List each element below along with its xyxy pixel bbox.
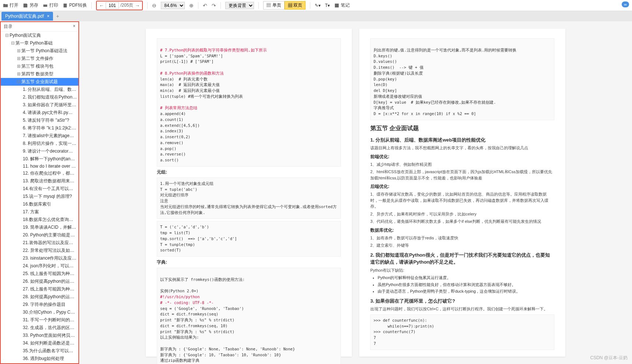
tree-item[interactable]: 16.数据库索引 xyxy=(1,200,78,208)
tree-item[interactable]: 22. 异常处理写法以及如何主动 xyxy=(1,247,78,254)
page-input[interactable] xyxy=(106,2,119,9)
sidebar-header: 目录 × xyxy=(1,22,78,32)
tree-item[interactable]: 3. 如果你困在了死循环里，怎 xyxy=(1,101,78,109)
page-right: 列出所有的键,值.注意得到的是一个可迭代对象,而不是列表.用的时候需要转换 D.… xyxy=(359,29,565,357)
q3-title: 3. 如果你困在了死循环里，怎么打破它? xyxy=(370,297,554,305)
tree-section[interactable]: ⊞第一节 Python基础语法 xyxy=(1,47,78,55)
tree-item[interactable]: 30.介绍Cython，Pypy Cpytho xyxy=(1,308,78,316)
single-page-button[interactable]: ▤ 单页 xyxy=(263,1,284,10)
tree-item[interactable]: 23. isinstance作用以及应用场 xyxy=(1,254,78,262)
document-tab[interactable]: Python面试宝典.pdf × xyxy=(1,12,53,21)
svg-rect-0 xyxy=(43,4,47,7)
tree-item[interactable]: 11. how do I iterate over a s xyxy=(1,163,78,169)
tree-item[interactable]: 31. 手写一个判断时间的装饰器 xyxy=(1,316,78,324)
tree-item[interactable]: 21.装饰器的写法以及应用场景 xyxy=(1,239,78,247)
tree-item[interactable]: 12. 你在爬虫过程中，都是怎么 xyxy=(1,169,78,177)
q1-title: 1. 分别从前端、后端、数据库阐述web项目的性能优化 xyxy=(370,136,554,144)
tree-item[interactable]: 14.有没有一个工具可以帮助查 xyxy=(1,185,78,193)
document-viewport[interactable]: # 7.Python的列表的截取与字符串操作类型相同,如下所示 L = ['sp… xyxy=(79,21,632,364)
tree-item[interactable]: 35.为什么函数名字可以当做参 xyxy=(1,347,78,355)
note-icon xyxy=(334,3,339,8)
zoom-select[interactable]: 84.6% xyxy=(161,2,185,9)
section-title: 第五节 企业面试题 xyxy=(370,124,554,133)
tab-close-button[interactable]: × xyxy=(47,14,49,19)
rotate-left-button[interactable]: ↶ xyxy=(203,3,207,8)
dict-heading: 字典: xyxy=(157,259,341,265)
convert-icon xyxy=(63,3,68,8)
tree-item[interactable]: 2. 我们都知道现在Python很火 xyxy=(1,93,78,101)
q2-title: 2. 我们都知道现在Python很火，但是对于一门技术我们不光要知道它的优点，也… xyxy=(370,251,554,266)
tuple-heading: 元组: xyxy=(157,169,341,175)
tree-item[interactable]: 37.分别从前端、后端、数据库 xyxy=(1,363,78,363)
tree-item[interactable]: 34. 如何判断是函数还是方法？ xyxy=(1,339,78,347)
tree-section[interactable]: ⊞第二节 文件操作 xyxy=(1,55,78,63)
add-tab-button[interactable]: + xyxy=(56,13,59,19)
view-toggle: ▤ 单页 ▦ 双页 xyxy=(263,1,306,10)
save-as-button[interactable]: 另存 xyxy=(23,2,38,8)
tree-item[interactable]: 20. Python的主要功能是什么？ xyxy=(1,231,78,239)
outline-sidebar: 目录 × ⊟Python面试宝典 ⊟第一章 Python基础 ⊞第一节 Pyth… xyxy=(0,21,79,364)
tree-section[interactable]: ⊞第四节 数据类型 xyxy=(1,70,78,78)
next-page-button[interactable]: → xyxy=(135,3,140,8)
zoom-in-button[interactable]: ⊕ xyxy=(189,3,194,8)
tree-item[interactable]: 1. 分别从前端、后端、数据库 xyxy=(1,86,78,93)
tree-item[interactable]: 8. 利用切片操作，实现一个trim xyxy=(1,140,78,147)
print-icon xyxy=(43,3,48,8)
tree-item[interactable]: 36. 遇到bug如何处理 xyxy=(1,355,78,363)
main-toolbar: 打开 另存 打印 PDF转换 ← /205页 → ⊖ 84.6% ⊕ ↶ ↷ 更… xyxy=(0,0,632,11)
print-button[interactable]: 打印 xyxy=(43,2,58,8)
save-icon xyxy=(23,3,28,8)
pdf-convert-button[interactable]: PDF转换 xyxy=(63,2,87,8)
zoom-out-button[interactable]: ⊖ xyxy=(152,3,156,8)
tab-title: Python面试宝典.pdf xyxy=(5,13,44,19)
tree-item[interactable]: 24. json序列化时，可以处理的 xyxy=(1,262,78,270)
page-left: # 7.Python的列表的截取与字符串操作类型相同,如下所示 L = ['sp… xyxy=(146,29,352,357)
tree-section[interactable]: ⊞第三节 模块与包 xyxy=(1,63,78,70)
tree-item[interactable]: 18.数据库怎么优化查询效率? xyxy=(1,216,78,224)
tree-chapter[interactable]: ⊟第一章 Python基础 xyxy=(1,39,78,47)
page-total: /205页 xyxy=(120,2,133,8)
tree-item[interactable]: 10. 解释一下python的and-or xyxy=(1,155,78,163)
outline-tree: ⊟Python面试宝典 ⊟第一章 Python基础 ⊞第一节 Python基础语… xyxy=(1,32,78,363)
tree-item[interactable]: 25. 线上服务可能因为种种原因 xyxy=(1,270,78,278)
tree-item[interactable]: 29. 字符串的操作题目 xyxy=(1,301,78,308)
highlight-button[interactable]: ✎▾ xyxy=(315,3,321,8)
tree-item[interactable]: 28. 如何提高python的运行效率 xyxy=(1,293,78,301)
background-select[interactable]: 更换背景 xyxy=(225,2,254,9)
rotate-right-button[interactable]: ↷ xyxy=(212,3,216,8)
tree-item[interactable]: 15.说一下 mysql 的原理? xyxy=(1,193,78,200)
open-button[interactable]: 打开 xyxy=(3,2,18,8)
tree-item[interactable]: 5. 请反转字符串 "aStr"? xyxy=(1,117,78,124)
tree-root[interactable]: ⊟Python面试宝典 xyxy=(1,32,78,39)
tree-item[interactable]: 17. 方案 xyxy=(1,208,78,216)
page-navigator: ← /205页 → xyxy=(96,1,143,10)
tree-item[interactable]: 9. 请设计一个decorator，它可 xyxy=(1,147,78,155)
tree-section-selected[interactable]: ⊟第五节 企业面试题 xyxy=(1,78,78,86)
tree-item[interactable]: 19. 简单谈谈ACID，并解释每一 xyxy=(1,224,78,231)
sidebar-close-icon[interactable]: × xyxy=(73,24,75,30)
watermark: CSDN @豆本-豆奶 xyxy=(590,355,628,361)
tree-item[interactable]: 13. 爬取这些数据都用来做什么 xyxy=(1,177,78,185)
tree-item[interactable]: 6. 将字符串 "k:1 |k1:2|k2:3|k3 xyxy=(1,124,78,132)
tree-item[interactable]: 32. 生成器，迭代器的区别？ xyxy=(1,324,78,332)
prev-page-button[interactable]: ← xyxy=(99,3,104,8)
text-button[interactable]: T▾ xyxy=(325,3,330,8)
svg-rect-1 xyxy=(335,3,339,7)
tree-item[interactable]: 7. 请按alist中元素的age由大 xyxy=(1,132,78,140)
tab-bar: Python面试宝典.pdf × + xyxy=(0,11,632,21)
notes-button[interactable]: 笔记 xyxy=(334,2,350,8)
tree-item[interactable]: 33. Python里面如何拷贝一个对 xyxy=(1,332,78,339)
tree-item[interactable]: 26. 如何提高python的运行效率 xyxy=(1,278,78,285)
tree-item[interactable]: 27. 线上服务可能因为种种原因 xyxy=(1,285,78,293)
double-page-button[interactable]: ▦ 双页 xyxy=(285,1,306,10)
tree-item[interactable]: 4. 请谈谈.pyc文件和.py文件的 xyxy=(1,109,78,117)
extension-icon[interactable]: ∞ xyxy=(622,1,629,7)
folder-icon xyxy=(3,3,8,8)
